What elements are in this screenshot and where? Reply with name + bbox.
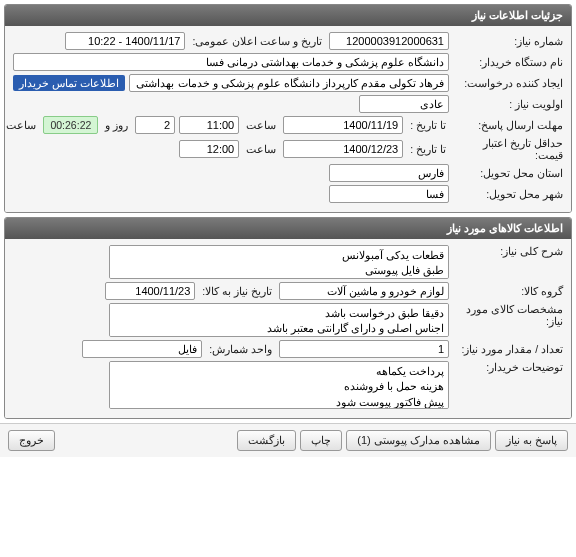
need-number-input[interactable]	[329, 32, 449, 50]
group-label: گروه کالا:	[453, 285, 563, 297]
need-details-header: جزئیات اطلاعات نیاز	[5, 5, 571, 26]
back-button[interactable]: بازگشت	[237, 430, 296, 451]
reply-time-input[interactable]	[179, 116, 239, 134]
province-input[interactable]	[329, 164, 449, 182]
announce-input[interactable]	[65, 32, 185, 50]
need-details-panel: جزئیات اطلاعات نیاز شماره نیاز: تاریخ و …	[4, 4, 572, 213]
city-input[interactable]	[329, 185, 449, 203]
goods-info-header: اطلاعات کالاهای مورد نیاز	[5, 218, 571, 239]
announce-label: تاریخ و ساعت اعلان عمومی:	[189, 35, 325, 47]
time-label-1: ساعت	[243, 119, 279, 131]
days-label: روز و	[102, 119, 131, 131]
buyer-notes-label: توضیحات خریدار:	[453, 361, 563, 373]
to-date-label-1: تا تاریخ :	[407, 119, 449, 131]
exit-button[interactable]: خروج	[8, 430, 55, 451]
print-button[interactable]: چاپ	[300, 430, 342, 451]
priority-label: اولویت نیاز :	[453, 98, 563, 110]
general-desc-label: شرح کلی نیاز:	[453, 245, 563, 257]
qty-label: تعداد / مقدار مورد نیاز:	[453, 343, 563, 355]
buyer-notes-textarea[interactable]	[109, 361, 449, 409]
reply-date-input[interactable]	[283, 116, 403, 134]
reply-button[interactable]: پاسخ به نیاز	[495, 430, 568, 451]
goods-info-panel: اطلاعات کالاهای مورد نیاز شرح کلی نیاز: …	[4, 217, 572, 419]
city-label: شهر محل تحویل:	[453, 188, 563, 200]
province-label: استان محل تحویل:	[453, 167, 563, 179]
buyer-org-label: نام دستگاه خریدار:	[453, 56, 563, 68]
price-valid-time-input[interactable]	[179, 140, 239, 158]
buyer-contact-badge[interactable]: اطلاعات تماس خریدار	[13, 75, 125, 91]
goods-info-body: شرح کلی نیاز: گروه کالا: تاریخ نیاز به ک…	[5, 239, 571, 418]
time-label-2: ساعت	[243, 143, 279, 155]
attachments-button[interactable]: مشاهده مدارک پیوستی (1)	[346, 430, 491, 451]
need-details-body: شماره نیاز: تاریخ و ساعت اعلان عمومی: نا…	[5, 26, 571, 212]
action-button-row: پاسخ به نیاز مشاهده مدارک پیوستی (1) چاپ…	[0, 423, 576, 457]
spec-label: مشخصات کالای مورد نیاز:	[453, 303, 563, 327]
remaining-time-badge: 00:26:22	[43, 116, 98, 134]
general-desc-textarea[interactable]	[109, 245, 449, 279]
group-input[interactable]	[279, 282, 449, 300]
priority-input[interactable]	[359, 95, 449, 113]
need-date-label: تاریخ نیاز به کالا:	[199, 285, 275, 297]
remaining-label: ساعت باقی مانده	[4, 119, 39, 131]
qty-input[interactable]	[279, 340, 449, 358]
buyer-org-input[interactable]	[13, 53, 449, 71]
need-date-input[interactable]	[105, 282, 195, 300]
price-valid-label: حداقل تاریخ اعتبار قیمت:	[453, 137, 563, 161]
to-date-label-2: تا تاریخ :	[407, 143, 449, 155]
creator-label: ایجاد کننده درخواست:	[453, 77, 563, 89]
unit-label: واحد شمارش:	[206, 343, 275, 355]
creator-input[interactable]	[129, 74, 449, 92]
days-input[interactable]	[135, 116, 175, 134]
spec-textarea[interactable]	[109, 303, 449, 337]
price-valid-date-input[interactable]	[283, 140, 403, 158]
reply-deadline-label: مهلت ارسال پاسخ:	[453, 119, 563, 131]
unit-input[interactable]	[82, 340, 202, 358]
need-number-label: شماره نیاز:	[453, 35, 563, 47]
